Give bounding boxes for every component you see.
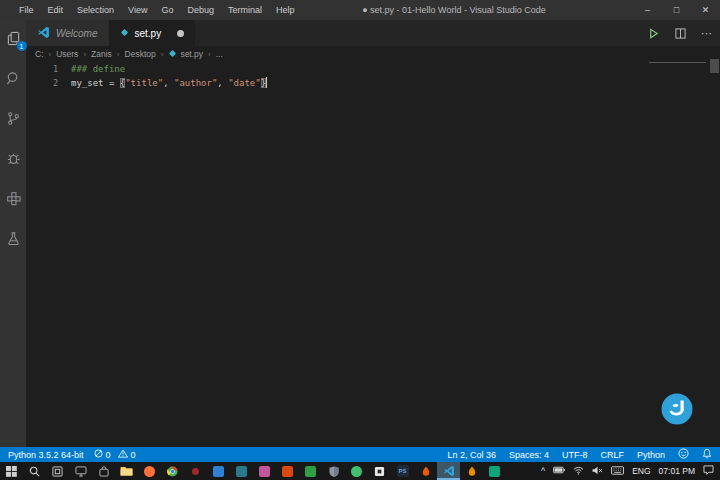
search-icon[interactable] [23,462,46,480]
problems-indicator[interactable]: 0 0 [94,449,136,460]
app-lamp-icon[interactable] [460,462,483,480]
warning-icon [118,449,128,460]
menu-file[interactable]: File [12,0,41,20]
breadcrumb-item[interactable]: C: [35,49,44,59]
window-titlebar: FileEditSelectionViewGoDebugTerminalHelp… [0,0,720,20]
activity-search-icon[interactable] [5,70,22,87]
app-green-square-icon[interactable] [483,462,506,480]
menu-debug[interactable]: Debug [180,0,221,20]
task-view-icon[interactable] [46,462,69,480]
breadcrumb-item[interactable]: set.py [168,49,203,60]
start-button[interactable] [0,462,23,480]
code-text: ### define [71,62,125,76]
status-bar-right: Ln 2, Col 36 Spaces: 4 UTF-8 CRLF Python [447,448,712,461]
token-plain: , [163,78,174,88]
breadcrumb-label: Users [56,49,78,59]
input-language[interactable]: ENG [632,466,650,476]
activity-debug-icon[interactable] [5,150,22,167]
eol-indicator[interactable]: CRLF [600,450,624,460]
cursor-position[interactable]: Ln 2, Col 36 [447,450,496,460]
app-monitor-icon[interactable] [69,462,92,480]
minimize-button[interactable]: – [633,0,662,20]
app-blue-icon[interactable] [207,462,230,480]
language-mode[interactable]: Python [637,450,665,460]
token-plain: , [217,78,228,88]
split-editor-button[interactable] [673,26,687,40]
breadcrumb-label: Desktop [125,49,156,59]
app-pink-icon[interactable] [253,462,276,480]
tab-welcome[interactable]: Welcome [26,20,109,46]
activity-explorer-icon[interactable]: 1 [5,30,22,47]
code-text: my_set = {"title", "author", "date"} [71,76,267,90]
network-icon[interactable] [573,466,584,477]
explorer-badge: 1 [17,41,27,51]
python-interpreter[interactable]: Python 3.5.2 64-bit [8,450,84,460]
breadcrumb-item[interactable]: ... [216,49,223,59]
token-string: "date" [228,78,261,88]
file-explorer-icon[interactable] [115,462,138,480]
browser-icon[interactable] [161,462,184,480]
menu-go[interactable]: Go [154,0,180,20]
activity-test-beaker-icon[interactable] [5,230,22,247]
breadcrumb-label: ... [216,49,223,59]
app-torch-icon[interactable] [414,462,437,480]
window-controls: – □ ✕ [633,0,720,20]
breadcrumb-separator: › [117,50,120,59]
app-orange-icon[interactable] [276,462,299,480]
action-center-icon[interactable] [703,465,714,477]
app-green-chat-icon[interactable] [299,462,322,480]
breadcrumb-item[interactable]: Users [56,49,78,59]
clock[interactable]: 07:01 PM [659,466,695,476]
store-bag-icon[interactable] [92,462,115,480]
breadcrumb: C:›Users›Zanis›Desktop›set.py›... [26,46,720,62]
maximize-button[interactable]: □ [662,0,691,20]
touch-keyboard-icon[interactable] [611,466,624,477]
breadcrumb-item[interactable]: Zanis [91,49,112,59]
more-actions-button[interactable]: ⋯ [700,26,714,40]
text-cursor [266,77,267,88]
run-button[interactable] [646,26,660,40]
menu-terminal[interactable]: Terminal [221,0,269,20]
menu-selection[interactable]: Selection [70,0,121,20]
tab-set-py[interactable]: set.py [109,20,196,46]
vscode-icon [37,26,50,41]
error-icon [94,449,103,460]
scrollbar-thumb[interactable] [710,59,719,73]
menu-view[interactable]: View [121,0,154,20]
indentation-indicator[interactable]: Spaces: 4 [509,450,549,460]
code-line: 1### define [26,62,720,76]
python-icon [168,49,177,60]
window-title: ● set.py - 01-Hello World - Visual Studi… [280,0,628,20]
activity-source-control-icon[interactable] [5,110,22,127]
error-count: 0 [106,450,111,460]
breadcrumb-label: Zanis [91,49,112,59]
breadcrumb-separator: › [161,50,164,59]
python-icon [120,28,129,39]
token-string: "title" [125,78,163,88]
code-editor[interactable]: 1### define2my_set = {"title", "author",… [26,62,720,447]
shield-icon[interactable] [322,462,345,480]
volume-muted-icon[interactable] [592,466,603,477]
encoding-indicator[interactable]: UTF-8 [562,450,588,460]
windows-taskbar: PS^ENG07:01 PM [0,462,720,480]
modified-indicator[interactable] [177,30,184,37]
app-teal-icon[interactable] [230,462,253,480]
notifications-icon[interactable] [702,448,712,461]
close-button[interactable]: ✕ [691,0,720,20]
powershell-icon[interactable]: PS [391,462,414,480]
firefox-icon[interactable] [138,462,161,480]
breadcrumb-item[interactable]: Desktop [125,49,156,59]
app-green-ball-icon[interactable] [345,462,368,480]
line-number: 1 [26,62,71,76]
app-white-box-icon[interactable] [368,462,391,480]
vscode-taskbar-icon[interactable] [437,462,460,480]
overview-ruler-line [649,62,706,63]
code-line: 2my_set = {"title", "author", "date"} [26,76,720,90]
feedback-icon[interactable] [678,448,689,461]
tray-expand-icon[interactable]: ^ [541,467,545,475]
breadcrumb-separator: › [208,50,211,59]
activity-extensions-icon[interactable] [5,190,22,207]
menu-edit[interactable]: Edit [41,0,71,20]
battery-icon[interactable] [553,466,565,476]
app-red-icon[interactable] [184,462,207,480]
